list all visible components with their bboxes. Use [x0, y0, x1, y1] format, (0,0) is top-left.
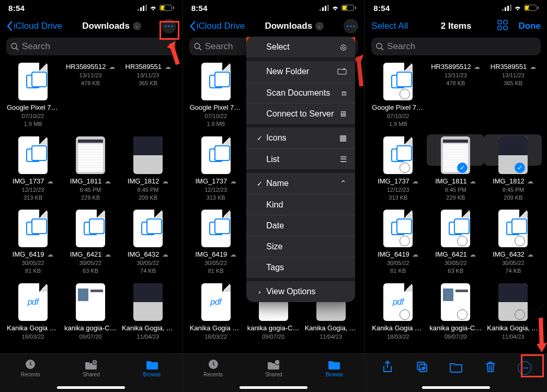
svg-point-7 [12, 43, 17, 49]
select-all-button[interactable]: Select All [371, 21, 408, 31]
file-item[interactable]: kanika gogia-CV ☁09/07/20 [427, 280, 484, 346]
svg-point-33 [377, 43, 382, 49]
home-indicator[interactable] [57, 386, 125, 389]
menu-sort-size[interactable]: Size [246, 236, 355, 257]
back-label: iCloud Drive [14, 21, 62, 31]
cell-signal-icon [320, 5, 329, 11]
back-button[interactable]: iCloud Drive [6, 21, 62, 31]
menu-connect-server[interactable]: Connect to Server🖥 [246, 103, 355, 124]
view-toggle-button[interactable] [497, 20, 508, 32]
delete-button[interactable] [480, 361, 501, 375]
menu-view-icons[interactable]: ✓Icons▦ [246, 128, 355, 148]
file-meta: 8:45 PM229 KB [429, 186, 482, 202]
done-button[interactable]: Done [518, 21, 541, 31]
svg-point-11 [94, 361, 96, 362]
menu-view-options[interactable]: ›View Options [246, 281, 355, 302]
search-field[interactable]: Search [371, 38, 541, 55]
svg-rect-13 [320, 9, 321, 11]
search-field[interactable]: Search [6, 38, 176, 55]
search-placeholder: Search [205, 41, 233, 52]
file-name: IMG_6419 ☁ [190, 250, 242, 258]
file-item[interactable]: Google Pixel 7 vs Pi…$300 ☁07/10/221.9 M… [187, 60, 245, 133]
file-name: kanika gogia-CV ☁ [429, 324, 482, 332]
menu-scan-documents[interactable]: Scan Documents⧈ [246, 82, 355, 103]
folder-title-button[interactable]: Downloads ⌄ [265, 21, 324, 31]
file-item[interactable]: kanika gogia-CV ☁09/07/20 [62, 280, 119, 346]
share-button[interactable] [377, 360, 398, 376]
file-item[interactable]: HR35895512 ☁13/11/23478 KB [427, 60, 484, 133]
file-item[interactable]: Kanika Gogia, Auth…of 46 ☁11/04/23 [119, 280, 177, 346]
home-indicator[interactable] [422, 386, 490, 389]
file-name: Kanika Gogia CV ☁ [372, 324, 424, 332]
cloud-icon: ☁ [230, 251, 236, 258]
file-item[interactable]: IMG_1737 ☁12/12/23313 KB [369, 133, 427, 207]
cloud-icon: ☁ [412, 178, 418, 185]
file-item[interactable]: pdfKanika Gogia CV ☁18/03/22 [369, 280, 427, 346]
scan-icon: ⧈ [341, 88, 347, 98]
menu-sort-name[interactable]: ✓Name⌃ [246, 173, 355, 194]
file-item[interactable]: ✓IMG_1811 ☁8:45 PM229 KB [427, 133, 484, 207]
more-button[interactable] [344, 19, 358, 33]
share-icon [382, 360, 393, 374]
file-name: IMG_6432 ☁ [487, 250, 539, 258]
file-item[interactable]: HR3589551 ☁13/11/23365 KB [484, 60, 542, 133]
folder-title-button[interactable]: Downloads ⌄ [82, 21, 141, 31]
file-item[interactable]: IMG_6419 ☁30/05/2281 KB [187, 206, 245, 280]
file-item[interactable]: IMG_1737 ☁12/12/23313 KB [187, 133, 245, 207]
file-item[interactable]: IMG_6421 ☁30/05/2263 KB [427, 206, 484, 280]
file-item[interactable]: pdfKanika Gogia CV ☁18/03/22 [187, 280, 245, 346]
menu-view-list[interactable]: List☰ [246, 148, 355, 169]
file-item[interactable]: IMG_1811 ☁8:45 PM229 KB [62, 133, 119, 207]
file-name: HR35895512 ☁ [429, 63, 482, 71]
file-item[interactable]: IMG_6432 ☁30/05/2274 KB [484, 206, 542, 280]
svg-point-38 [524, 367, 526, 368]
duplicate-button[interactable] [412, 361, 432, 375]
tab-browse[interactable]: Browse [304, 354, 364, 392]
svg-point-23 [275, 360, 280, 365]
file-item[interactable]: IMG_6432 ☁30/05/2274 KB [119, 206, 177, 280]
file-item[interactable]: IMG_6421 ☁30/05/2263 KB [62, 206, 119, 280]
file-item[interactable]: IMG_1812 ☁8:45 PM209 KB [119, 133, 177, 207]
file-name: IMG_1737 ☁ [7, 177, 59, 185]
file-item[interactable]: pdfKanika Gogia CV ☁18/03/22 [4, 280, 62, 346]
move-button[interactable] [446, 361, 466, 375]
tab-recents[interactable]: Recents [0, 354, 61, 392]
status-bar: 8:54 42 [365, 0, 547, 16]
menu-new-folder[interactable]: New Folder [246, 61, 355, 82]
svg-rect-16 [327, 5, 329, 11]
svg-point-4 [165, 25, 166, 27]
svg-rect-3 [145, 5, 147, 11]
svg-rect-35 [417, 362, 425, 370]
file-item[interactable]: IMG_6419 ☁30/05/2281 KB [4, 206, 62, 280]
grid-icon: ▦ [339, 133, 347, 143]
file-item[interactable]: IMG_6419 ☁30/05/2281 KB [369, 206, 427, 280]
battery-icon: 42 [341, 5, 356, 11]
file-item[interactable]: Kanika Gogia, Auth…of 46 ☁11/04/23 [484, 280, 542, 346]
back-button[interactable]: iCloud Drive [189, 21, 245, 31]
shared-folder-icon [267, 358, 280, 371]
status-bar: 8:54 42 [0, 0, 183, 16]
cloud-icon: ☁ [230, 178, 236, 185]
tab-browse[interactable]: Browse [121, 354, 182, 392]
file-item[interactable]: ✓IMG_1812 ☁8:45 PM209 KB [484, 133, 542, 207]
file-meta: 11/04/23 [121, 333, 175, 341]
file-item[interactable]: Google Pixel 7 vs Pi…$300 ☁07/10/221.9 M… [4, 60, 62, 133]
wifi-icon [149, 5, 157, 11]
file-meta: 13/11/23365 KB [121, 72, 175, 87]
file-item[interactable]: HR3589551 ☁13/11/23365 KB [119, 60, 177, 133]
grid-icon [497, 20, 508, 30]
more-button[interactable] [514, 361, 535, 375]
tab-recents[interactable]: Recents [183, 354, 244, 392]
file-item[interactable]: HR35895512 ☁13/11/23478 KB [62, 60, 119, 133]
menu-select[interactable]: Select◎ [246, 37, 355, 57]
menu-sort-date[interactable]: Date [246, 215, 355, 236]
menu-sort-kind[interactable]: Kind [246, 194, 355, 215]
more-button[interactable] [162, 19, 176, 33]
file-grid: Google Pixel 7 vs Pi…$300 ☁07/10/221.9 M… [365, 60, 547, 346]
file-item[interactable]: Google Pixel 7 vs Pi…$300 ☁07/10/221.9 M… [369, 60, 427, 133]
menu-sort-tags[interactable]: Tags [246, 257, 355, 278]
context-menu: Select◎ New Folder Scan Documents⧈ Conne… [246, 37, 355, 302]
file-item[interactable]: IMG_1737 ☁12/12/23313 KB [4, 133, 62, 207]
selection-toolbar [365, 353, 547, 392]
home-indicator[interactable] [240, 386, 307, 389]
